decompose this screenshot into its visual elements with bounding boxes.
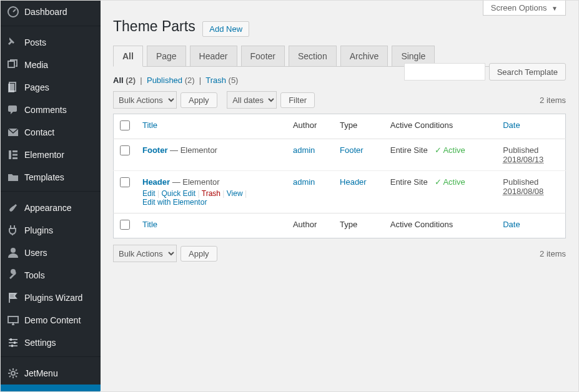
table-row: Header — ElementorEdit | Quick Edit | Tr…: [114, 171, 566, 213]
search-input[interactable]: [404, 63, 485, 81]
col-conditions: Active Conditions: [384, 114, 497, 139]
svg-rect-13: [14, 341, 16, 344]
croco-icon: [7, 390, 19, 392]
comment-icon: [7, 104, 19, 116]
row-date: 2018/08/08: [503, 187, 543, 196]
svg-rect-9: [12, 157, 17, 159]
tab-page[interactable]: Page: [147, 46, 186, 66]
sidebar-item-label: Users: [24, 248, 47, 258]
svg-rect-12: [10, 338, 12, 341]
select-all-checkbox[interactable]: [120, 120, 130, 130]
row-title-link[interactable]: Footer: [142, 145, 167, 155]
sidebar-item-elementor[interactable]: Elementor: [1, 144, 101, 166]
svg-rect-8: [12, 154, 17, 156]
view-all[interactable]: All (2): [113, 76, 136, 85]
row-checkbox[interactable]: [120, 145, 130, 155]
action-view[interactable]: View: [227, 189, 243, 198]
search-box: Search Template: [404, 63, 566, 81]
sidebar-item-dashboard[interactable]: Dashboard: [1, 1, 101, 23]
row-actions: Edit | Quick Edit | Trash | View | Edit …: [142, 189, 280, 207]
sidebar-item-jetmenu[interactable]: JetMenu: [1, 362, 101, 385]
tab-header[interactable]: Header: [190, 46, 237, 66]
sidebar-item-tools[interactable]: Tools: [1, 264, 101, 287]
posts-table: Title Author Type Active Conditions Date…: [113, 114, 566, 238]
sidebar-item-crocoblock[interactable]: CrocoBlock: [1, 385, 101, 392]
sidebar-item-label: Media: [24, 60, 48, 70]
view-trash[interactable]: Trash (5): [205, 76, 238, 85]
tab-all[interactable]: All: [113, 46, 143, 67]
sidebar-item-users[interactable]: Users: [1, 242, 101, 264]
wrench-icon: [7, 269, 19, 282]
sidebar-item-settings[interactable]: Settings: [1, 331, 101, 354]
sidebar-item-label: Appearance: [24, 203, 72, 213]
view-published[interactable]: Published (2): [147, 76, 195, 85]
row-author-link[interactable]: admin: [293, 177, 315, 187]
col-type: Type: [334, 114, 384, 139]
user-icon: [7, 247, 19, 259]
select-all-checkbox-bottom[interactable]: [120, 220, 130, 230]
sidebar-item-comments[interactable]: Comments: [1, 99, 101, 121]
action-edit-elementor[interactable]: Edit with Elementor: [142, 198, 207, 207]
svg-point-15: [11, 371, 15, 375]
tab-archive[interactable]: Archive: [340, 46, 388, 66]
filter-button[interactable]: Filter: [280, 92, 315, 108]
sidebar-item-label: Plugins Wizard: [24, 293, 82, 303]
sliders-icon: [7, 336, 19, 349]
row-date: 2018/08/13: [503, 155, 543, 164]
table-row: Footer — ElementoradminFooterEntire Site…: [114, 139, 566, 171]
sidebar-item-media[interactable]: Media: [1, 54, 101, 76]
svg-rect-7: [12, 150, 17, 152]
sidebar-item-label: Elementor: [24, 150, 64, 160]
action-quick-edit[interactable]: Quick Edit: [161, 189, 195, 198]
admin-sidebar: DashboardPostsMediaPagesCommentsContactE…: [1, 1, 101, 391]
bulk-apply-button-bottom[interactable]: Apply: [181, 246, 217, 262]
col-author-foot: Author: [287, 213, 334, 238]
brush-icon: [7, 202, 19, 214]
row-type-link[interactable]: Header: [340, 177, 367, 187]
bulk-apply-button[interactable]: Apply: [181, 92, 217, 108]
flag-icon: [7, 292, 19, 304]
sidebar-item-demo-content[interactable]: Demo Content: [1, 309, 101, 331]
row-type-link[interactable]: Footer: [340, 145, 364, 155]
date-filter-select[interactable]: All dates: [227, 91, 277, 109]
sidebar-item-plugins[interactable]: Plugins: [1, 219, 101, 242]
svg-point-10: [11, 248, 16, 253]
sidebar-item-appearance[interactable]: Appearance: [1, 197, 101, 219]
sidebar-item-label: Comments: [24, 105, 67, 115]
col-type-foot: Type: [334, 213, 384, 238]
action-trash[interactable]: Trash: [202, 189, 220, 198]
active-badge: Active: [435, 145, 465, 155]
sidebar-item-templates[interactable]: Templates: [1, 166, 101, 189]
tab-section[interactable]: Section: [289, 46, 337, 66]
row-title-link[interactable]: Header: [142, 177, 170, 187]
col-title-foot[interactable]: Title: [142, 220, 157, 229]
folder-icon: [7, 171, 19, 184]
col-date[interactable]: Date: [503, 120, 520, 130]
row-checkbox[interactable]: [120, 177, 130, 187]
sidebar-item-pages[interactable]: Pages: [1, 76, 101, 99]
col-author: Author: [287, 114, 334, 139]
tab-footer[interactable]: Footer: [241, 46, 285, 66]
sidebar-item-plugins-wizard[interactable]: Plugins Wizard: [1, 287, 101, 309]
row-condition: Entire Site: [390, 177, 428, 187]
sidebar-item-posts[interactable]: Posts: [1, 31, 101, 54]
action-edit[interactable]: Edit: [142, 189, 156, 198]
bulk-actions-select[interactable]: Bulk Actions: [113, 91, 177, 109]
row-author-link[interactable]: admin: [293, 145, 315, 155]
svg-rect-6: [9, 150, 11, 159]
items-count: 2 items: [540, 96, 566, 105]
add-new-button[interactable]: Add New: [202, 21, 249, 37]
sidebar-item-contact[interactable]: Contact: [1, 121, 101, 144]
col-date-foot[interactable]: Date: [503, 220, 520, 229]
svg-rect-14: [11, 345, 13, 347]
dashboard-icon: [7, 6, 19, 18]
pin-icon: [7, 36, 19, 49]
svg-rect-4: [8, 105, 17, 112]
sidebar-item-label: Demo Content: [24, 315, 81, 325]
col-title[interactable]: Title: [142, 120, 157, 130]
sidebar-item-label: Tools: [24, 270, 45, 280]
caret-down-icon: ▼: [552, 5, 558, 12]
bulk-actions-select-bottom[interactable]: Bulk Actions: [113, 245, 177, 262]
search-button[interactable]: Search Template: [489, 63, 566, 81]
screen-options-button[interactable]: Screen Options ▼: [483, 1, 566, 16]
